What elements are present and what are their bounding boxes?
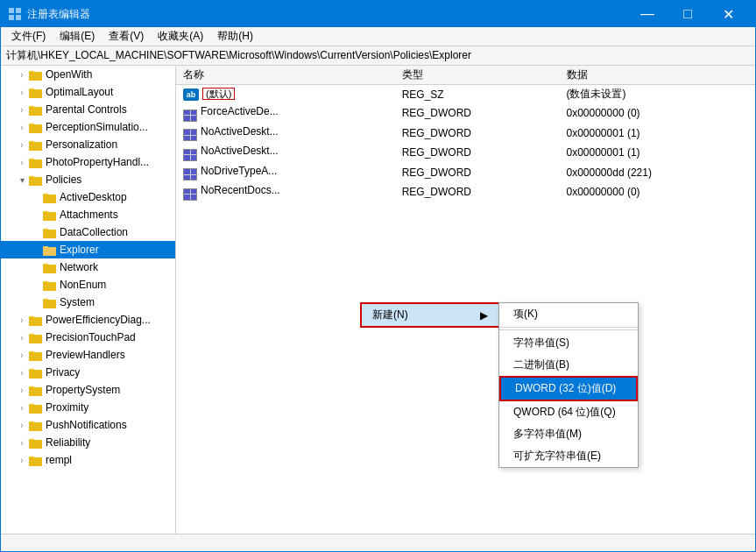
reg-data-cell: 0x000000dd (221)	[560, 163, 756, 183]
folder-icon	[43, 278, 57, 292]
expand-arrow-icon[interactable]: ›	[15, 364, 29, 381]
submenu-item[interactable]: DWORD (32 位)值(D)	[499, 376, 638, 401]
expand-arrow-icon[interactable]	[29, 258, 43, 276]
expand-arrow-icon[interactable]: ›	[15, 346, 29, 364]
table-row[interactable]: ab(默认)REG_SZ(数值未设置)	[176, 85, 755, 104]
expand-arrow-icon[interactable]: ›	[15, 451, 29, 469]
tree-item[interactable]: System	[1, 294, 175, 311]
expand-arrow-icon[interactable]	[29, 206, 43, 223]
expand-arrow-icon[interactable]: ▾	[15, 171, 29, 188]
svg-rect-45	[43, 300, 56, 308]
tree-item[interactable]: › PushNotifications	[1, 416, 175, 434]
expand-arrow-icon[interactable]	[29, 223, 43, 241]
tree-item[interactable]: › PhotoPropertyHandl...	[1, 153, 175, 171]
tree-item[interactable]: › PreviewHandlers	[1, 346, 175, 364]
window-title: 注册表编辑器	[27, 7, 627, 22]
expand-arrow-icon[interactable]: ›	[15, 83, 29, 101]
svg-rect-66	[29, 422, 42, 431]
new-button[interactable]: 新建(N) ▶	[360, 302, 500, 328]
tree-item[interactable]: › Reliability	[1, 434, 175, 451]
tree-item[interactable]: › PowerEfficiencyDiag...	[1, 311, 175, 329]
expand-arrow-icon[interactable]	[29, 241, 43, 258]
submenu: 项(K)字符串值(S)二进制值(B)DWORD (32 位)值(D)QWORD …	[498, 302, 639, 468]
tree-item[interactable]: › Personalization	[1, 136, 175, 153]
expand-arrow-icon[interactable]	[29, 294, 43, 311]
folder-icon	[29, 330, 43, 344]
reg-type-cell: REG_DWORD	[395, 103, 560, 124]
submenu-divider	[499, 327, 638, 328]
submenu-item[interactable]: 多字符串值(M)	[499, 423, 638, 445]
submenu-item[interactable]: 可扩充字符串值(E)	[499, 445, 638, 467]
folder-icon	[29, 138, 43, 152]
tree-item[interactable]: › Parental Controls	[1, 101, 175, 118]
tree-item-label: OptimalLayout	[46, 86, 113, 98]
reg-grid-icon	[183, 110, 197, 122]
folder-icon	[29, 173, 43, 187]
tree-item[interactable]: Attachments	[1, 206, 175, 223]
tree-item[interactable]: Explorer	[1, 241, 175, 258]
menu-item[interactable]: 帮助(H)	[210, 27, 260, 46]
svg-rect-12	[29, 107, 42, 116]
reg-type-cell: REG_DWORD	[395, 124, 560, 144]
tree-item-label: PrecisionTouchPad	[46, 331, 136, 343]
folder-icon	[43, 190, 57, 204]
tree-item[interactable]: Network	[1, 258, 175, 276]
menu-item[interactable]: 查看(V)	[102, 27, 151, 46]
tree-item-label: DataCollection	[60, 226, 128, 238]
folder-icon	[29, 155, 43, 169]
svg-rect-60	[29, 387, 42, 396]
tree-item[interactable]: › Privacy	[1, 364, 175, 381]
submenu-item[interactable]: 二进制值(B)	[499, 354, 638, 376]
expand-arrow-icon[interactable]: ›	[15, 329, 29, 346]
tree-item[interactable]: › OpenWith	[1, 66, 175, 83]
expand-arrow-icon[interactable]: ›	[15, 416, 29, 434]
svg-rect-0	[9, 8, 14, 13]
tree-panel[interactable]: › OpenWith› OptimalLayout› Parental Cont…	[1, 66, 176, 534]
expand-arrow-icon[interactable]: ›	[15, 136, 29, 153]
expand-arrow-icon[interactable]: ›	[15, 101, 29, 118]
address-path: 计算机\HKEY_LOCAL_MACHINE\SOFTWARE\Microsof…	[6, 48, 471, 63]
table-row[interactable]: NoActiveDeskt...REG_DWORD0x00000001 (1)	[176, 124, 755, 144]
tree-item[interactable]: › PerceptionSimulatio...	[1, 118, 175, 136]
expand-arrow-icon[interactable]: ›	[15, 118, 29, 136]
maximize-button[interactable]: □	[668, 1, 708, 27]
tree-item[interactable]: › rempl	[1, 451, 175, 469]
tree-item-label: PerceptionSimulatio...	[46, 121, 148, 133]
expand-arrow-icon[interactable]: ›	[15, 311, 29, 329]
submenu-item[interactable]: QWORD (64 位)值(Q)	[499, 401, 638, 423]
expand-arrow-icon[interactable]	[29, 188, 43, 206]
submenu-item[interactable]: 项(K)	[499, 303, 638, 325]
menu-item[interactable]: 收藏夹(A)	[151, 27, 210, 46]
table-row[interactable]: NoRecentDocs...REG_DWORD0x00000000 (0)	[176, 182, 755, 202]
close-button[interactable]: ✕	[708, 1, 748, 27]
tree-item[interactable]: NonEnum	[1, 276, 175, 294]
folder-icon	[43, 208, 57, 222]
tree-item[interactable]: DataCollection	[1, 223, 175, 241]
reg-data-cell: 0x00000001 (1)	[560, 124, 756, 144]
minimize-button[interactable]: —	[627, 1, 668, 27]
folder-icon	[29, 435, 43, 449]
menu-item[interactable]: 文件(F)	[4, 27, 53, 46]
reg-type-cell: REG_SZ	[395, 85, 560, 104]
tree-item[interactable]: › Proximity	[1, 399, 175, 416]
expand-arrow-icon[interactable]: ›	[15, 153, 29, 171]
tree-item[interactable]: ▾ Policies	[1, 171, 175, 188]
expand-arrow-icon[interactable]: ›	[15, 381, 29, 399]
menu-item[interactable]: 编辑(E)	[53, 27, 102, 46]
tree-item[interactable]: › PrecisionTouchPad	[1, 329, 175, 346]
tree-item[interactable]: ActiveDesktop	[1, 188, 175, 206]
table-row[interactable]: NoActiveDeskt...REG_DWORD0x00000001 (1)	[176, 143, 755, 163]
submenu-item[interactable]: 字符串值(S)	[499, 332, 638, 354]
table-row[interactable]: ForceActiveDe...REG_DWORD0x00000000 (0)	[176, 103, 755, 124]
context-new-wrapper: 新建(N) ▶	[360, 302, 500, 328]
menu-bar: 文件(F)编辑(E)查看(V)收藏夹(A)帮助(H)	[1, 27, 755, 46]
expand-arrow-icon[interactable]: ›	[15, 399, 29, 416]
reg-type-cell: REG_DWORD	[395, 163, 560, 183]
table-row[interactable]: NoDriveTypeA...REG_DWORD0x000000dd (221)	[176, 163, 755, 183]
expand-arrow-icon[interactable]: ›	[15, 434, 29, 451]
tree-item[interactable]: › PropertySystem	[1, 381, 175, 399]
expand-arrow-icon[interactable]	[29, 276, 43, 294]
tree-item[interactable]: › OptimalLayout	[1, 83, 175, 101]
expand-arrow-icon[interactable]: ›	[15, 66, 29, 83]
folder-icon	[29, 313, 43, 327]
